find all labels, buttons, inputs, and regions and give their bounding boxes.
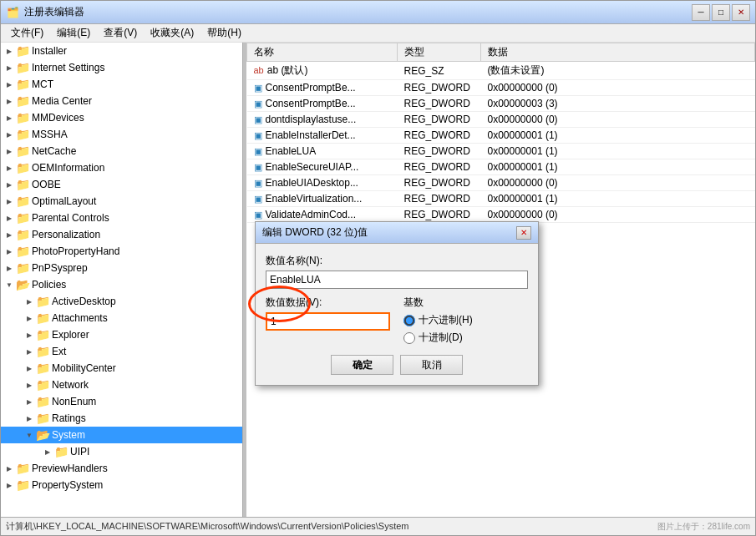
modal-title-bar: 编辑 DWORD (32 位)值 ✕ (256, 222, 538, 244)
name-input[interactable] (266, 271, 528, 289)
radio-group: 十六进制(H) 十进制(D) (403, 313, 528, 345)
radio-dec-text: 十进制(D) (419, 331, 463, 345)
name-label: 数值名称(N): (266, 254, 528, 268)
data-field: 数值数据(V): (266, 296, 390, 345)
data-radix-row: 数值数据(V): 基数 十六进制(H) 十进制(D) (266, 296, 528, 345)
modal-overlay: 编辑 DWORD (32 位)值 ✕ 数值名称(N): 数值数据(V): 基数 (0, 0, 756, 536)
radio-hex-text: 十六进制(H) (419, 313, 473, 327)
data-value-input[interactable] (266, 312, 390, 331)
radio-hex[interactable] (403, 315, 415, 326)
ok-button[interactable]: 确定 (331, 355, 393, 375)
radix-title: 基数 (403, 296, 528, 310)
data-label: 数值数据(V): (266, 296, 390, 310)
edit-dword-dialog: 编辑 DWORD (32 位)值 ✕ 数值名称(N): 数值数据(V): 基数 (255, 221, 539, 386)
radix-group: 基数 十六进制(H) 十进制(D) (403, 296, 528, 345)
radio-hex-label[interactable]: 十六进制(H) (403, 313, 528, 327)
modal-buttons: 确定 取消 (266, 355, 528, 375)
modal-close-button[interactable]: ✕ (516, 226, 531, 240)
radio-dec-label[interactable]: 十进制(D) (403, 331, 528, 345)
modal-body: 数值名称(N): 数值数据(V): 基数 十六进制(H) (256, 244, 538, 385)
name-field: 数值名称(N): (266, 254, 528, 289)
cancel-button[interactable]: 取消 (400, 355, 463, 375)
modal-title: 编辑 DWORD (32 位)值 (262, 225, 516, 240)
radio-dec[interactable] (403, 332, 415, 344)
